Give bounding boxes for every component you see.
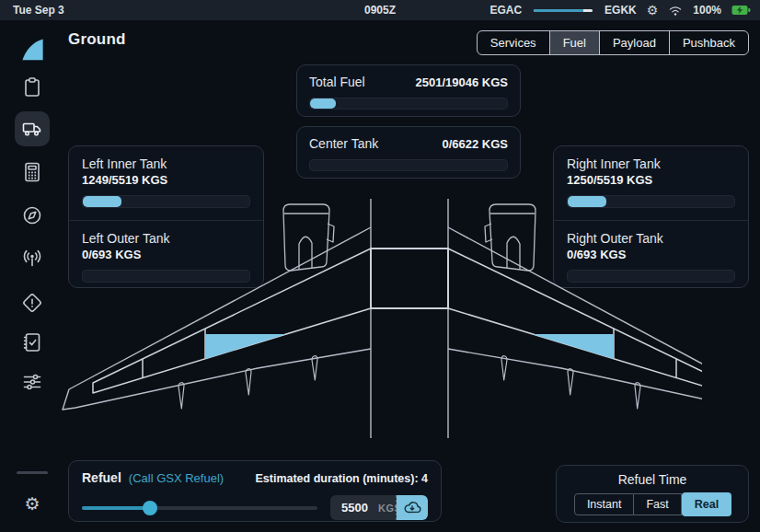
- left-inner-tank-bar: [82, 195, 250, 208]
- refuel-time-instant[interactable]: Instant: [574, 493, 635, 515]
- center-tank-value: 0/6622 KGS: [442, 137, 508, 151]
- refuel-time-panel: Refuel Time Instant Fast Real: [556, 465, 749, 523]
- tab-pushback[interactable]: Pushback: [669, 31, 748, 54]
- gear-icon[interactable]: ⚙: [0, 492, 64, 515]
- sidebar-divider: [17, 471, 48, 474]
- clipboard-icon[interactable]: [21, 76, 43, 98]
- left-outer-tank-label: Left Outer Tank: [82, 231, 250, 246]
- refuel-time-fast[interactable]: Fast: [634, 493, 681, 515]
- right-outer-tank-value: 0/693 KGS: [567, 248, 735, 261]
- compass-icon[interactable]: [21, 204, 43, 226]
- total-fuel-bar: [309, 98, 508, 110]
- tab-fuel[interactable]: Fuel: [549, 31, 599, 54]
- refuel-time-real[interactable]: Real: [682, 492, 731, 516]
- page-title: Ground: [68, 30, 126, 49]
- left-inner-tank-value: 1249/5519 KGS: [82, 173, 250, 187]
- status-time: 0905Z: [0, 4, 760, 17]
- right-inner-tank-label: Right Inner Tank: [567, 156, 735, 171]
- refuel-time-options: Instant Fast Real: [574, 493, 731, 515]
- sliders-icon[interactable]: [21, 371, 43, 393]
- tab-payload[interactable]: Payload: [599, 31, 669, 54]
- status-bar: Tue Sep 3 0905Z EGAC EGKK ⚙ 100%: [0, 0, 760, 20]
- left-inner-tank-label: Left Inner Tank: [82, 156, 250, 171]
- right-outer-tank-label: Right Outer Tank: [567, 231, 735, 246]
- refuel-amount-slider[interactable]: [82, 501, 317, 515]
- tab-bar: Services Fuel Payload Pushback: [477, 30, 749, 55]
- right-inner-tank-value: 1250/5519 KGS: [567, 173, 735, 187]
- total-fuel-value: 2501/19046 KGS: [416, 75, 508, 89]
- efb-ground-screen: Tue Sep 3 0905Z EGAC EGKK ⚙ 100%: [0, 0, 760, 532]
- call-gsx-refuel-link[interactable]: (Call GSX Refuel): [129, 471, 224, 485]
- right-inner-tank-bar: [567, 195, 735, 208]
- confirm-refuel-button[interactable]: [397, 495, 428, 520]
- center-tank-panel: Center Tank 0/6622 KGS: [296, 126, 521, 179]
- slider-handle[interactable]: [143, 501, 157, 515]
- cloud-download-icon: [402, 500, 422, 515]
- refuel-amount-field[interactable]: KGS: [330, 495, 397, 520]
- antenna-icon[interactable]: [21, 247, 43, 269]
- refuel-amount-input[interactable]: [330, 501, 378, 515]
- right-tanks-panel: Right Inner Tank 1250/5519 KGS Right Out…: [553, 145, 749, 288]
- left-tanks-panel: Left Inner Tank 1249/5519 KGS Left Outer…: [68, 145, 264, 288]
- left-outer-tank-bar: [82, 270, 250, 283]
- refuel-panel: Refuel (Call GSX Refuel) Estimated durat…: [68, 460, 442, 522]
- slider-fill: [82, 506, 150, 510]
- estimated-duration: Estimated duration (minutes): 4: [255, 472, 428, 485]
- main-content: Ground Services Fuel Payload Pushback To…: [64, 20, 760, 532]
- truck-icon[interactable]: [21, 118, 43, 140]
- tab-services[interactable]: Services: [478, 31, 549, 54]
- center-tank-label: Center Tank: [309, 136, 378, 151]
- total-fuel-label: Total Fuel: [309, 75, 365, 89]
- sidebar: ⚙: [0, 20, 64, 532]
- refuel-label: Refuel: [82, 470, 121, 485]
- left-outer-tank-value: 0/693 KGS: [82, 248, 250, 261]
- total-fuel-panel: Total Fuel 2501/19046 KGS: [296, 64, 521, 117]
- warning-diamond-icon[interactable]: [21, 292, 43, 314]
- right-outer-tank-bar: [567, 270, 735, 283]
- airline-fin-logo: [21, 39, 44, 62]
- checklist-icon[interactable]: [21, 331, 43, 353]
- calculator-icon[interactable]: [21, 161, 43, 183]
- refuel-time-title: Refuel Time: [557, 472, 748, 487]
- refuel-amount-group: KGS: [330, 495, 428, 520]
- center-tank-bar: [309, 159, 508, 171]
